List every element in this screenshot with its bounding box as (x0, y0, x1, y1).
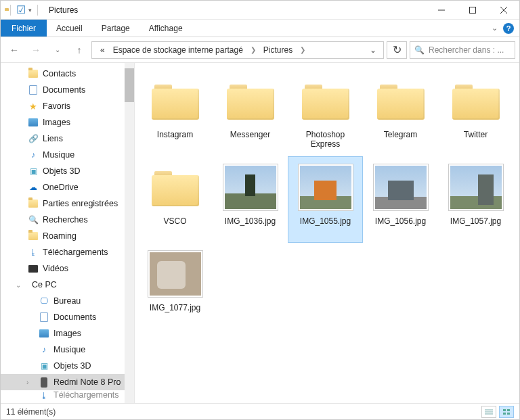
maximize-button[interactable] (457, 1, 488, 20)
expander-icon[interactable]: ⌄ (16, 281, 21, 289)
sidebar-item-favoris[interactable]: ★Favoris (1, 98, 134, 114)
sidebar-item-label: Objets 3D (53, 361, 91, 371)
sidebar-item-liens[interactable]: 🔗Liens (1, 131, 134, 147)
sidebar-item-recherches[interactable]: 🔍Recherches (1, 212, 134, 228)
sidebar-item-documents[interactable]: Documents (1, 82, 134, 98)
image-thumbnail (374, 164, 428, 210)
image-file-item[interactable]: IMG_1055.jpg (288, 156, 363, 243)
music-icon: ♪ (39, 344, 49, 355)
tab-file[interactable]: Fichier (1, 20, 47, 37)
minimize-button[interactable] (426, 1, 457, 20)
sidebar-section-this-pc[interactable]: ⌄Ce PC (1, 277, 134, 293)
expander-icon[interactable]: › (26, 379, 28, 386)
folder-item[interactable]: Messenger (213, 70, 288, 156)
folder-icon (302, 82, 349, 120)
sidebar-item-objets-3d[interactable]: ▣Objets 3D (1, 163, 134, 179)
sidebar-item-label: OneDrive (43, 183, 79, 192)
properties-icon[interactable]: ☑ (16, 3, 26, 16)
breadcrumb-seg-2[interactable]: Pictures (261, 42, 295, 58)
folder-item[interactable]: Twitter (438, 70, 513, 156)
help-icon[interactable]: ? (503, 23, 514, 34)
qat-dropdown-icon[interactable]: ▾ (28, 7, 32, 14)
image-file-item[interactable]: IMG_1057.jpg (438, 156, 513, 243)
sidebar-item-label: Vidéos (43, 264, 68, 273)
chevron-right-icon[interactable]: ❯ (298, 46, 307, 53)
search-input[interactable]: 🔍 Rechercher dans : ... (410, 41, 515, 59)
image-file-item[interactable]: IMG_1036.jpg (213, 156, 288, 243)
phone-icon (39, 377, 49, 388)
folder-icon (377, 82, 425, 120)
address-bar[interactable]: « Espace de stockage interne partagé ❯ P… (91, 41, 384, 59)
file-pane[interactable]: InstagramMessengerPhotoshop ExpressTeleg… (135, 63, 519, 403)
file-name-label: Photoshop Express (291, 130, 360, 149)
sidebar-item-contacts[interactable]: Contacts (1, 66, 134, 82)
recent-dropdown[interactable]: ⌄ (48, 41, 67, 60)
folder-item[interactable]: Telegram (363, 70, 438, 156)
folder-icon (227, 82, 274, 120)
breadcrumb-prefix[interactable]: « (98, 42, 108, 58)
scrollbar-thumb[interactable] (125, 68, 134, 102)
svg-rect-9 (503, 413, 506, 415)
sidebar-item-documents[interactable]: Documents (1, 309, 134, 325)
details-view-button[interactable] (481, 406, 496, 418)
refresh-button[interactable]: ↻ (387, 41, 407, 59)
sidebar-item-label: Parties enregistrées (43, 199, 118, 208)
sidebar-item-objets-3d[interactable]: ▣Objets 3D (1, 358, 134, 374)
sidebar-item-vidéos[interactable]: Vidéos (1, 260, 134, 277)
svg-rect-10 (507, 413, 510, 415)
forward-button[interactable]: → (26, 41, 45, 60)
svg-rect-7 (503, 409, 506, 411)
sidebar-item-musique[interactable]: ♪Musique (1, 342, 134, 358)
sidebar-item-roaming[interactable]: Roaming (1, 228, 134, 244)
cloud-icon: ☁ (28, 182, 39, 193)
breadcrumb-seg-1[interactable]: Espace de stockage interne partagé (110, 42, 246, 58)
search-placeholder: Rechercher dans : ... (429, 45, 504, 55)
sidebar-item-label: Roaming (43, 231, 77, 241)
sidebar-scrollbar[interactable] (125, 63, 134, 403)
file-name-label: Messenger (230, 130, 270, 139)
image-file-item[interactable]: IMG_1056.jpg (363, 156, 438, 243)
file-name-label: IMG_1077.jpg (150, 303, 200, 312)
sidebar-item-téléchargements[interactable]: ⭳Téléchargements (1, 390, 134, 400)
sidebar-item-label: Ce PC (32, 280, 57, 289)
body: ContactsDocuments★FavorisImages🔗Liens♪Mu… (1, 63, 519, 403)
tab-accueil[interactable]: Accueil (47, 20, 92, 37)
chevron-right-icon[interactable]: ❯ (248, 46, 258, 53)
svg-rect-8 (507, 409, 510, 411)
folder-item[interactable]: Photoshop Express (288, 70, 363, 156)
icons-view-button[interactable] (499, 406, 514, 418)
sidebar-item-label: Liens (43, 134, 63, 143)
back-button[interactable]: ← (5, 41, 24, 60)
sidebar-item-redmi-note-8-pro[interactable]: ›Redmi Note 8 Pro (1, 374, 134, 390)
tab-affichage[interactable]: Affichage (139, 20, 192, 37)
link-icon: 🔗 (28, 133, 39, 144)
image-thumbnail (223, 164, 278, 210)
sidebar-item-bureau[interactable]: 🖵Bureau (1, 293, 134, 309)
up-button[interactable]: ↑ (70, 41, 89, 60)
file-name-label: IMG_1057.jpg (450, 216, 501, 226)
svg-rect-1 (470, 7, 476, 13)
sidebar-item-parties-enregistrées[interactable]: Parties enregistrées (1, 195, 134, 212)
image-thumbnail (449, 164, 503, 210)
sidebar-item-images[interactable]: Images (1, 114, 134, 131)
ribbon-tabs: Fichier Accueil Partage Affichage ⌄ ? (1, 20, 519, 37)
sidebar-item-musique[interactable]: ♪Musique (1, 147, 134, 163)
ribbon-expand-icon[interactable]: ⌄ (492, 24, 498, 32)
close-button[interactable] (488, 1, 519, 20)
sidebar-item-label: Musique (43, 150, 74, 160)
folder-item[interactable]: Instagram (137, 70, 213, 156)
file-name-label: VSCO (163, 216, 186, 226)
sidebar-item-téléchargements[interactable]: ⭳Téléchargements (1, 244, 134, 260)
folder-item[interactable]: VSCO (137, 156, 213, 243)
address-dropdown-icon[interactable]: ⌄ (366, 45, 381, 55)
tree: ContactsDocuments★FavorisImages🔗Liens♪Mu… (1, 63, 134, 400)
file-name-label: IMG_1036.jpg (225, 216, 276, 226)
music-icon: ♪ (28, 149, 39, 160)
search-icon: 🔍 (414, 45, 425, 55)
sidebar-item-images[interactable]: Images (1, 325, 134, 342)
sidebar-item-onedrive[interactable]: ☁OneDrive (1, 179, 134, 195)
titlebar: ☑ ▾ Pictures (1, 1, 519, 20)
tab-partage[interactable]: Partage (92, 20, 139, 37)
file-name-label: IMG_1056.jpg (375, 216, 426, 226)
image-file-item[interactable]: IMG_1077.jpg (137, 243, 213, 329)
